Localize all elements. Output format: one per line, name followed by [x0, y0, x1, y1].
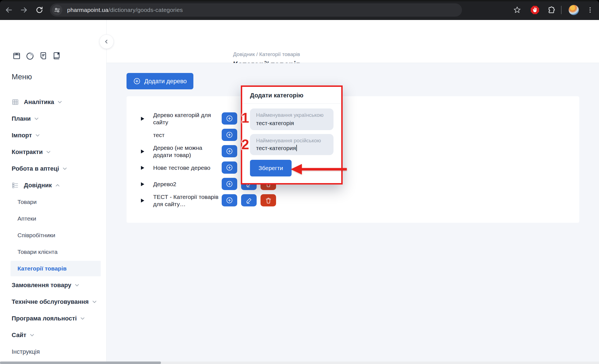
annotation-arrow: [289, 162, 348, 176]
tree-row-label: Нове тестове дерево: [153, 164, 222, 171]
tree-row-label: Дерево категорій для сайту: [153, 112, 222, 126]
sidebar-item-label: Контракти: [12, 148, 43, 156]
tree-row: Дерево категорій для сайту: [127, 110, 579, 127]
url-host: pharmapoint.ua: [67, 7, 108, 13]
menu-title: Меню: [12, 73, 32, 81]
tree-row-label: ТЕСТ - Категорії товарів для сайту…: [153, 193, 222, 208]
sidebar-nav: Аналітика Плани Імпорт Контракти Робота …: [0, 94, 107, 360]
add-category-button[interactable]: [222, 145, 237, 157]
sidebar-item-client-goods[interactable]: Товари клієнта: [0, 244, 107, 260]
url-text: pharmapoint.ua/dictionary/goods-categori…: [67, 7, 183, 13]
add-tree-button[interactable]: Додати дерево: [127, 73, 193, 89]
site-settings-icon: [54, 6, 61, 14]
tree-row: Нове тестове дерево: [127, 160, 579, 176]
sidebar-item-label: Робота в аптеці: [12, 165, 59, 172]
chevron-down-icon: [92, 300, 97, 303]
sidebar-item-label: Програма лояльності: [12, 315, 77, 322]
sidebar-item-employees[interactable]: Співробітники: [0, 227, 107, 244]
sidebar-item-label: Імпорт: [12, 132, 32, 139]
breadcrumb: Довідник / Категорії товарів: [233, 51, 300, 57]
profile-avatar[interactable]: [568, 5, 579, 15]
url-bar[interactable]: pharmapoint.ua/dictionary/goods-categori…: [50, 3, 462, 17]
box-icon[interactable]: [12, 51, 21, 60]
book-icon[interactable]: [52, 51, 61, 60]
sidebar-item-instruction[interactable]: Інструкція: [0, 343, 107, 360]
collapse-sidebar-button[interactable]: [99, 34, 114, 49]
add-category-button[interactable]: [222, 178, 237, 190]
add-category-button[interactable]: [222, 161, 237, 174]
sidebar-item-goods[interactable]: Товари: [0, 194, 107, 210]
scrollbar-thumb[interactable]: [0, 362, 161, 364]
document-icon[interactable]: [39, 51, 48, 60]
adblock-extension-button[interactable]: [529, 0, 540, 20]
expand-triangle-icon[interactable]: [141, 150, 144, 153]
text-caret: [296, 145, 297, 151]
sidebar-item-pharmacies[interactable]: Аптеки: [0, 210, 107, 227]
chevron-down-icon: [30, 334, 34, 337]
reload-icon: [35, 6, 44, 14]
chevron-down-icon: [36, 134, 40, 137]
sidebar-item-label: Товари: [17, 199, 37, 205]
sidebar-item-label: Співробітники: [17, 232, 55, 239]
list-icon: [12, 182, 19, 189]
plus-circle-icon: [226, 164, 233, 171]
sidebar-item-label: Інструкція: [12, 348, 40, 355]
extensions-button[interactable]: [546, 0, 557, 20]
expand-triangle-icon[interactable]: [141, 117, 144, 121]
adblock-hand-icon: [530, 5, 540, 15]
sidebar-item-contracts[interactable]: Контракти: [0, 144, 107, 160]
plus-circle-icon: [226, 148, 233, 155]
browser-forward-button[interactable]: [19, 6, 28, 14]
category-trees-card: Дерево категорій для сайту тест Дерево (…: [127, 96, 579, 223]
chevron-up-icon: [55, 184, 60, 187]
name-ru-value: тест-категория: [256, 145, 297, 151]
tree-row: тест: [127, 127, 579, 143]
pie-chart-icon[interactable]: [26, 51, 34, 60]
sidebar-item-label: Технічне обслуговування: [12, 298, 89, 305]
browser-reload-button[interactable]: [35, 6, 44, 14]
browser-back-button[interactable]: [4, 6, 13, 14]
name-ru-label: Найменування російською: [256, 138, 321, 144]
expand-triangle-icon[interactable]: [141, 199, 144, 203]
save-button[interactable]: Зберегти: [250, 160, 292, 176]
grid-icon: [12, 98, 19, 106]
sidebar-item-site[interactable]: Сайт: [0, 327, 107, 343]
sidebar-item-loyalty-program[interactable]: Програма лояльності: [0, 310, 107, 327]
tree-row-label: Дерево2: [153, 181, 222, 188]
toolbar-divider: [561, 6, 562, 14]
edit-tree-button[interactable]: [241, 194, 257, 206]
sidebar-item-goods-categories[interactable]: Категорії товарів: [11, 261, 101, 276]
add-category-button[interactable]: [222, 194, 237, 206]
add-category-button[interactable]: [222, 129, 237, 141]
browser-menu-button[interactable]: [585, 0, 595, 20]
plus-circle-icon: [226, 180, 233, 188]
sidebar-item-label: Замовлення товару: [12, 282, 71, 289]
chevron-down-icon: [58, 101, 62, 103]
delete-tree-button[interactable]: [261, 194, 276, 206]
sidebar-item-plans[interactable]: Плани: [0, 110, 107, 127]
sidebar-item-pharmacy-work[interactable]: Робота в аптеці: [0, 160, 107, 177]
sidebar-item-import[interactable]: Імпорт: [0, 127, 107, 144]
sidebar-item-label: Плани: [12, 115, 31, 122]
chevron-down-icon: [46, 151, 50, 153]
tree-row: ТЕСТ - Категорії товарів для сайту…: [127, 192, 579, 209]
horizontal-scrollbar[interactable]: [0, 362, 599, 364]
sidebar-item-analytics[interactable]: Аналітика: [0, 94, 107, 110]
add-tree-label: Додати дерево: [144, 78, 187, 85]
name-ua-field[interactable]: Найменування українською тест-категорія: [250, 108, 333, 130]
expand-triangle-icon[interactable]: [141, 182, 144, 186]
name-ru-field[interactable]: Найменування російською тест-категория: [250, 134, 333, 155]
name-ua-label: Найменування українською: [256, 112, 323, 118]
expand-triangle-icon[interactable]: [141, 166, 144, 170]
tree-row: Дерево2: [127, 176, 579, 192]
tree-row-label: тест: [153, 132, 222, 139]
sidebar-item-dictionary[interactable]: Довідник: [0, 177, 107, 194]
sidebar-item-maintenance[interactable]: Технічне обслуговування: [0, 294, 107, 310]
site-info-button[interactable]: [52, 5, 62, 15]
sidebar-item-label: Товари клієнта: [17, 249, 57, 255]
sidebar-item-label: Довідник: [24, 182, 52, 189]
sidebar-item-goods-order[interactable]: Замовлення товару: [0, 277, 107, 294]
pencil-icon: [246, 197, 252, 204]
bookmark-button[interactable]: [512, 0, 522, 20]
add-category-button[interactable]: [222, 112, 237, 125]
